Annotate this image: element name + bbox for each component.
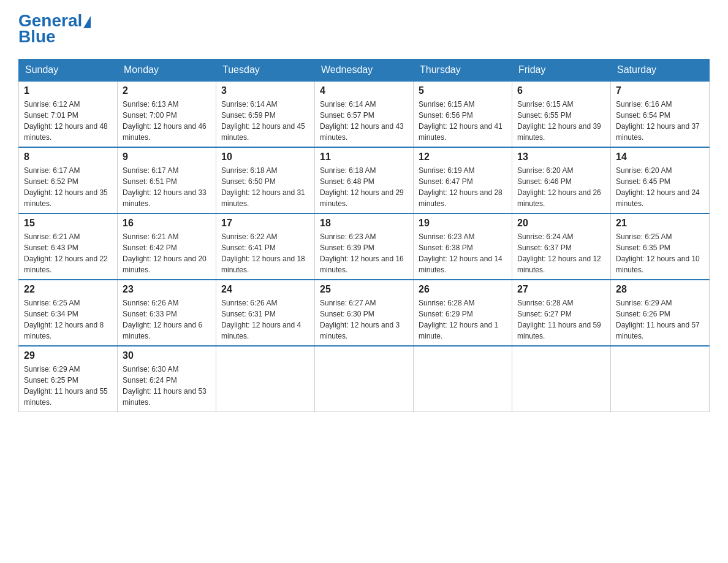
day-number: 18: [320, 218, 408, 229]
calendar-header-row: SundayMondayTuesdayWednesdayThursdayFrid…: [19, 59, 710, 82]
day-info: Sunrise: 6:27 AMSunset: 6:30 PMDaylight:…: [320, 297, 408, 342]
day-info: Sunrise: 6:14 AMSunset: 6:59 PMDaylight:…: [221, 99, 309, 143]
day-info: Sunrise: 6:23 AMSunset: 6:38 PMDaylight:…: [419, 231, 507, 275]
day-number: 13: [517, 151, 605, 163]
day-info: Sunrise: 6:14 AMSunset: 6:57 PMDaylight:…: [320, 99, 408, 143]
day-number: 9: [123, 151, 211, 163]
calendar-cell: [315, 346, 414, 412]
calendar-cell: 27Sunrise: 6:28 AMSunset: 6:27 PMDayligh…: [512, 280, 611, 346]
calendar-cell: 15Sunrise: 6:21 AMSunset: 6:43 PMDayligh…: [19, 213, 118, 280]
day-number: 8: [24, 151, 112, 163]
day-number: 20: [517, 218, 605, 229]
day-info: Sunrise: 6:29 AMSunset: 6:25 PMDaylight:…: [24, 364, 112, 408]
day-info: Sunrise: 6:18 AMSunset: 6:48 PMDaylight:…: [320, 165, 408, 209]
calendar-cell: 6Sunrise: 6:15 AMSunset: 6:55 PMDaylight…: [512, 81, 611, 147]
day-info: Sunrise: 6:26 AMSunset: 6:33 PMDaylight:…: [123, 297, 211, 342]
day-info: Sunrise: 6:15 AMSunset: 6:55 PMDaylight:…: [517, 99, 605, 143]
calendar-cell: 1Sunrise: 6:12 AMSunset: 7:01 PMDaylight…: [19, 81, 118, 147]
day-number: 10: [221, 151, 309, 163]
day-of-week-header: Wednesday: [315, 59, 414, 82]
day-number: 12: [419, 151, 507, 163]
day-number: 30: [123, 350, 211, 361]
day-info: Sunrise: 6:17 AMSunset: 6:51 PMDaylight:…: [123, 165, 211, 209]
calendar-cell: 16Sunrise: 6:21 AMSunset: 6:42 PMDayligh…: [118, 213, 216, 280]
day-info: Sunrise: 6:19 AMSunset: 6:47 PMDaylight:…: [419, 165, 507, 209]
calendar-cell: 5Sunrise: 6:15 AMSunset: 6:56 PMDaylight…: [414, 81, 512, 147]
day-of-week-header: Friday: [512, 59, 611, 82]
calendar-cell: 8Sunrise: 6:17 AMSunset: 6:52 PMDaylight…: [19, 147, 118, 213]
day-number: 19: [419, 218, 507, 229]
calendar-week-row: 1Sunrise: 6:12 AMSunset: 7:01 PMDaylight…: [19, 81, 710, 147]
day-number: 7: [616, 85, 704, 96]
calendar-cell: 29Sunrise: 6:29 AMSunset: 6:25 PMDayligh…: [19, 346, 118, 412]
calendar-cell: 18Sunrise: 6:23 AMSunset: 6:39 PMDayligh…: [315, 213, 414, 280]
day-number: 24: [221, 284, 309, 295]
day-info: Sunrise: 6:21 AMSunset: 6:42 PMDaylight:…: [123, 231, 211, 275]
day-of-week-header: Tuesday: [216, 59, 315, 82]
calendar-cell: [216, 346, 315, 412]
day-info: Sunrise: 6:26 AMSunset: 6:31 PMDaylight:…: [221, 297, 309, 342]
day-info: Sunrise: 6:28 AMSunset: 6:29 PMDaylight:…: [419, 297, 507, 342]
day-info: Sunrise: 6:24 AMSunset: 6:37 PMDaylight:…: [517, 231, 605, 275]
calendar-cell: [414, 346, 512, 412]
day-of-week-header: Thursday: [414, 59, 512, 82]
day-number: 16: [123, 218, 211, 229]
calendar-table: SundayMondayTuesdayWednesdayThursdayFrid…: [18, 59, 710, 412]
day-of-week-header: Monday: [118, 59, 216, 82]
day-info: Sunrise: 6:15 AMSunset: 6:56 PMDaylight:…: [419, 99, 507, 143]
calendar-cell: 7Sunrise: 6:16 AMSunset: 6:54 PMDaylight…: [611, 81, 710, 147]
calendar-cell: 2Sunrise: 6:13 AMSunset: 7:00 PMDaylight…: [118, 81, 216, 147]
day-number: 25: [320, 284, 408, 295]
day-number: 26: [419, 284, 507, 295]
calendar-cell: 14Sunrise: 6:20 AMSunset: 6:45 PMDayligh…: [611, 147, 710, 213]
day-info: Sunrise: 6:22 AMSunset: 6:41 PMDaylight:…: [221, 231, 309, 275]
day-number: 2: [123, 85, 211, 96]
day-info: Sunrise: 6:17 AMSunset: 6:52 PMDaylight:…: [24, 165, 112, 209]
day-number: 3: [221, 85, 309, 96]
calendar-cell: 26Sunrise: 6:28 AMSunset: 6:29 PMDayligh…: [414, 280, 512, 346]
calendar-cell: 17Sunrise: 6:22 AMSunset: 6:41 PMDayligh…: [216, 213, 315, 280]
day-info: Sunrise: 6:12 AMSunset: 7:01 PMDaylight:…: [24, 99, 112, 143]
calendar-week-row: 15Sunrise: 6:21 AMSunset: 6:43 PMDayligh…: [19, 213, 710, 280]
day-number: 11: [320, 151, 408, 163]
calendar-cell: 4Sunrise: 6:14 AMSunset: 6:57 PMDaylight…: [315, 81, 414, 147]
day-number: 17: [221, 218, 309, 229]
logo-triangle-icon: [83, 16, 91, 28]
calendar-cell: 21Sunrise: 6:25 AMSunset: 6:35 PMDayligh…: [611, 213, 710, 280]
day-info: Sunrise: 6:29 AMSunset: 6:26 PMDaylight:…: [616, 297, 704, 342]
logo: General Blue: [18, 12, 91, 47]
day-number: 1: [24, 85, 112, 96]
day-of-week-header: Sunday: [19, 59, 118, 82]
day-number: 4: [320, 85, 408, 96]
calendar-cell: 10Sunrise: 6:18 AMSunset: 6:50 PMDayligh…: [216, 147, 315, 213]
calendar-cell: 23Sunrise: 6:26 AMSunset: 6:33 PMDayligh…: [118, 280, 216, 346]
day-info: Sunrise: 6:18 AMSunset: 6:50 PMDaylight:…: [221, 165, 309, 209]
day-number: 23: [123, 284, 211, 295]
calendar-week-row: 29Sunrise: 6:29 AMSunset: 6:25 PMDayligh…: [19, 346, 710, 412]
day-number: 14: [616, 151, 704, 163]
calendar-cell: 22Sunrise: 6:25 AMSunset: 6:34 PMDayligh…: [19, 280, 118, 346]
day-number: 28: [616, 284, 704, 295]
day-info: Sunrise: 6:25 AMSunset: 6:34 PMDaylight:…: [24, 297, 112, 342]
day-info: Sunrise: 6:20 AMSunset: 6:46 PMDaylight:…: [517, 165, 605, 209]
day-number: 27: [517, 284, 605, 295]
day-info: Sunrise: 6:13 AMSunset: 7:00 PMDaylight:…: [123, 99, 211, 143]
calendar-cell: 19Sunrise: 6:23 AMSunset: 6:38 PMDayligh…: [414, 213, 512, 280]
day-number: 21: [616, 218, 704, 229]
day-number: 15: [24, 218, 112, 229]
day-info: Sunrise: 6:16 AMSunset: 6:54 PMDaylight:…: [616, 99, 704, 143]
day-info: Sunrise: 6:25 AMSunset: 6:35 PMDaylight:…: [616, 231, 704, 275]
calendar-cell: 12Sunrise: 6:19 AMSunset: 6:47 PMDayligh…: [414, 147, 512, 213]
calendar-cell: 9Sunrise: 6:17 AMSunset: 6:51 PMDaylight…: [118, 147, 216, 213]
calendar-cell: [611, 346, 710, 412]
day-info: Sunrise: 6:23 AMSunset: 6:39 PMDaylight:…: [320, 231, 408, 275]
day-number: 29: [24, 350, 112, 361]
calendar-cell: 24Sunrise: 6:26 AMSunset: 6:31 PMDayligh…: [216, 280, 315, 346]
day-info: Sunrise: 6:30 AMSunset: 6:24 PMDaylight:…: [123, 364, 211, 408]
logo-blue: Blue: [18, 27, 56, 47]
calendar-cell: [512, 346, 611, 412]
calendar-cell: 28Sunrise: 6:29 AMSunset: 6:26 PMDayligh…: [611, 280, 710, 346]
day-info: Sunrise: 6:20 AMSunset: 6:45 PMDaylight:…: [616, 165, 704, 209]
calendar-cell: 30Sunrise: 6:30 AMSunset: 6:24 PMDayligh…: [118, 346, 216, 412]
day-info: Sunrise: 6:21 AMSunset: 6:43 PMDaylight:…: [24, 231, 112, 275]
